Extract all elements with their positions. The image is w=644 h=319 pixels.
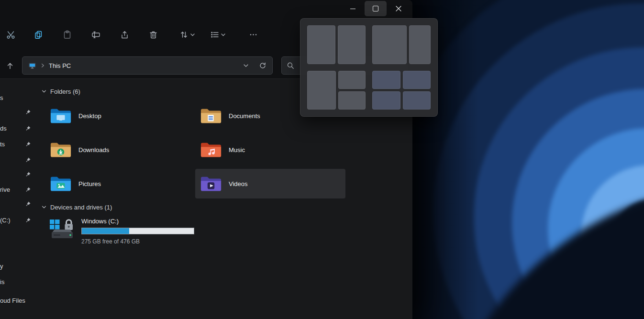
- snap-layout-four-quadrants[interactable]: [372, 71, 431, 110]
- music-folder-icon: [200, 140, 222, 159]
- folders-grid: Desktop Documents Downloads: [45, 101, 345, 198]
- this-pc-icon: [28, 62, 36, 70]
- delete-button[interactable]: [144, 26, 162, 43]
- sort-icon: [179, 30, 196, 39]
- minimize-icon: [350, 9, 355, 9]
- sidebar-item[interactable]: (C:): [0, 214, 34, 226]
- downloads-folder-icon: [50, 140, 72, 159]
- navigate-up-button[interactable]: [3, 58, 17, 73]
- minimize-button[interactable]: [342, 1, 364, 16]
- wallpaper-petal-dark: [411, 135, 644, 319]
- snap-zone: [307, 25, 335, 64]
- sidebar-item[interactable]: s: [0, 91, 34, 104]
- sidebar-item[interactable]: [0, 198, 34, 210]
- folder-tile-videos[interactable]: Videos: [195, 169, 345, 198]
- sidebar-item[interactable]: [0, 154, 34, 166]
- delete-icon: [149, 30, 158, 39]
- more-button[interactable]: [244, 26, 262, 43]
- pin-icon: [25, 157, 31, 163]
- sidebar-item-label: s: [0, 94, 3, 101]
- folder-tile-desktop[interactable]: Desktop: [45, 101, 195, 131]
- drive-name: Windows (C:): [81, 218, 194, 225]
- sidebar-item-label: oud Files: [0, 297, 25, 304]
- rename-icon: [91, 30, 100, 39]
- wallpaper-petal: [612, 199, 644, 281]
- folder-tile-music[interactable]: Music: [195, 135, 345, 165]
- sidebar-item-label: rive: [0, 186, 10, 193]
- snap-layout-half-plus-two-quarters[interactable]: [307, 71, 366, 110]
- pin-icon: [25, 141, 31, 147]
- navigation-pane: s ds ts rive (C:) y is oud Files: [0, 79, 34, 319]
- snap-zone: [307, 71, 336, 110]
- folder-name: Videos: [229, 180, 248, 187]
- snap-layouts-flyout: [300, 18, 438, 117]
- devices-section-header[interactable]: Devices and drives (1): [41, 202, 112, 212]
- snap-zone: [403, 91, 431, 110]
- sidebar-item[interactable]: is: [0, 275, 34, 288]
- cut-button[interactable]: [2, 26, 19, 43]
- pin-icon: [25, 125, 31, 132]
- devices-section-label: Devices and drives (1): [50, 204, 112, 211]
- rename-button[interactable]: [87, 26, 104, 43]
- drive-free-space: 275 GB free of 476 GB: [81, 238, 194, 245]
- videos-folder-icon: [200, 174, 222, 193]
- sidebar-item[interactable]: ds: [0, 122, 34, 134]
- pin-icon: [25, 109, 31, 115]
- address-dropdown-button[interactable]: [239, 59, 253, 72]
- chevron-down-icon: [41, 88, 47, 94]
- documents-folder-icon: [200, 106, 222, 125]
- share-icon: [120, 30, 129, 39]
- view-button[interactable]: [206, 26, 231, 43]
- up-arrow-icon: [6, 61, 14, 70]
- breadcrumb-this-pc[interactable]: This PC: [49, 62, 71, 69]
- maximize-button[interactable]: [365, 1, 387, 16]
- sidebar-item-label: ts: [0, 141, 5, 148]
- refresh-button[interactable]: [256, 59, 269, 72]
- snap-zone: [372, 91, 400, 110]
- chevron-down-icon: [243, 62, 249, 69]
- paste-button[interactable]: [58, 26, 76, 43]
- pin-icon: [25, 171, 31, 177]
- breadcrumb-chevron-icon: [40, 63, 45, 68]
- cut-icon: [6, 30, 15, 39]
- sidebar-item[interactable]: ts: [0, 138, 34, 150]
- snap-layout-two-halves[interactable]: [307, 25, 366, 64]
- share-button[interactable]: [116, 26, 133, 43]
- paste-icon: [63, 30, 72, 39]
- snap-zone: [338, 25, 366, 64]
- sidebar-item[interactable]: rive: [0, 183, 34, 196]
- folders-section-header[interactable]: Folders (6): [41, 87, 80, 96]
- folder-name: Music: [229, 146, 245, 154]
- sidebar-item[interactable]: [0, 168, 34, 180]
- disk-usage-bar: [81, 228, 194, 234]
- search-icon: [287, 62, 294, 69]
- snap-zone: [409, 25, 431, 64]
- maximize-icon: [373, 6, 378, 11]
- snap-layout-two-thirds-one-third[interactable]: [372, 25, 431, 64]
- more-icon: [249, 30, 258, 39]
- address-bar[interactable]: This PC: [22, 56, 273, 75]
- desktop-folder-icon: [50, 106, 72, 125]
- wallpaper-petal: [548, 128, 644, 319]
- sidebar-item[interactable]: [0, 106, 34, 118]
- pin-icon: [25, 201, 31, 207]
- folder-tile-downloads[interactable]: Downloads: [45, 135, 195, 165]
- sidebar-item[interactable]: y: [0, 260, 34, 272]
- wallpaper-petal: [581, 165, 644, 304]
- sidebar-item-label: ds: [0, 125, 7, 132]
- copy-button[interactable]: [30, 26, 47, 43]
- folder-tile-pictures[interactable]: Pictures: [45, 169, 195, 198]
- close-button[interactable]: [388, 1, 410, 16]
- sidebar-item[interactable]: oud Files: [0, 294, 34, 307]
- chevron-down-icon: [41, 204, 47, 210]
- disk-usage-fill: [82, 228, 129, 234]
- folder-name: Pictures: [78, 180, 101, 187]
- sort-button[interactable]: [175, 26, 200, 43]
- refresh-icon: [259, 62, 266, 69]
- snap-zone: [338, 71, 366, 89]
- drive-item-windows-c[interactable]: Windows (C:) 275 GB free of 476 GB: [45, 215, 198, 247]
- drive-info: Windows (C:) 275 GB free of 476 GB: [81, 217, 194, 245]
- pin-icon: [25, 217, 31, 223]
- folder-name: Documents: [229, 112, 260, 120]
- folder-name: Downloads: [78, 146, 109, 154]
